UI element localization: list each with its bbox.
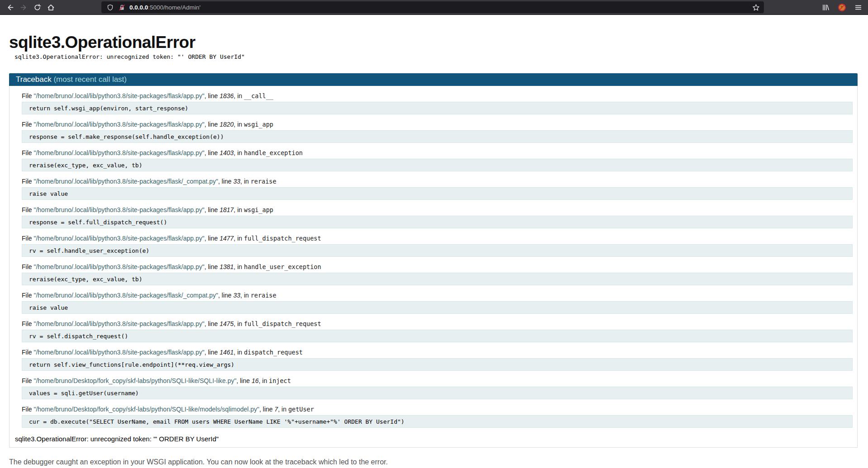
frame-location: File "/home/bruno/.local/lib/python3.8/s…: [22, 320, 853, 328]
frame-lineno: 1475: [219, 320, 234, 327]
frame-location: File "/home/bruno/.local/lib/python3.8/s…: [22, 263, 853, 271]
frame-filename: "/home/bruno/.local/lib/python3.8/site-p…: [33, 349, 204, 356]
traceback-frame: File "/home/bruno/Desktop/fork_copy/skf-…: [22, 377, 853, 399]
frame-location: File "/home/bruno/.local/lib/python3.8/s…: [22, 349, 853, 356]
extension-blocker-icon[interactable]: [835, 1, 848, 13]
frame-code[interactable]: rv = self.handle_user_exception(e): [22, 244, 853, 257]
frame-line-label: , line: [205, 349, 219, 356]
url-text[interactable]: 0.0.0.0:5000/home/Admin': [129, 4, 751, 11]
toolbar-right-icons: [819, 1, 864, 13]
frame-in-label: , in: [234, 349, 244, 356]
frame-filename: "/home/bruno/.local/lib/python3.8/site-p…: [33, 149, 204, 156]
frame-location: File "/home/bruno/.local/lib/python3.8/s…: [22, 149, 853, 157]
frame-in-label: , in: [278, 406, 288, 413]
frame-in-label: , in: [234, 320, 244, 327]
frame-function: handle_exception: [244, 149, 303, 156]
frame-function: handle_user_exception: [244, 263, 321, 270]
debugger-explanation: The debugger caught an exception in your…: [9, 458, 858, 468]
exception-summary: sqlite3.OperationalError: unrecognized t…: [14, 53, 858, 61]
traceback-frame: File "/home/bruno/.local/lib/python3.8/s…: [22, 206, 853, 228]
frame-lineno: 16: [252, 377, 259, 384]
frame-filename: "/home/bruno/.local/lib/python3.8/site-p…: [33, 292, 218, 299]
frame-line-label: , line: [205, 320, 219, 327]
frame-in-label: , in: [240, 292, 251, 299]
frame-function: wsgi_app: [244, 121, 273, 128]
browser-toolbar: 0.0.0.0:5000/home/Admin': [0, 0, 868, 15]
frame-lineno: 1477: [219, 235, 234, 242]
menu-icon[interactable]: [852, 1, 864, 13]
frame-code[interactable]: cur = db.execute("SELECT UserName, email…: [22, 415, 853, 428]
insecure-lock-icon[interactable]: [118, 1, 126, 13]
shield-icon[interactable]: [106, 1, 114, 13]
frame-line-label: , line: [205, 235, 219, 242]
frame-file-label: File: [22, 349, 33, 356]
traceback-frame: File "/home/bruno/.local/lib/python3.8/s…: [22, 349, 853, 371]
frame-function: getUser: [288, 406, 314, 413]
frame-location: File "/home/bruno/.local/lib/python3.8/s…: [22, 206, 853, 214]
frame-lineno: 1836: [219, 92, 234, 99]
frame-location: File "/home/bruno/.local/lib/python3.8/s…: [22, 178, 853, 185]
traceback-frame: File "/home/bruno/.local/lib/python3.8/s…: [22, 92, 853, 114]
frame-filename: "/home/bruno/.local/lib/python3.8/site-p…: [33, 235, 204, 242]
frame-filename: "/home/bruno/.local/lib/python3.8/site-p…: [33, 206, 204, 213]
traceback-frame: File "/home/bruno/.local/lib/python3.8/s…: [22, 292, 853, 314]
frame-function: dispatch_request: [244, 349, 303, 356]
frame-line-label: , line: [236, 377, 251, 384]
reload-icon[interactable]: [31, 1, 43, 13]
frame-in-label: , in: [234, 235, 244, 242]
frame-line-label: , line: [205, 121, 219, 128]
traceback-headline[interactable]: Traceback (most recent call last): [9, 73, 858, 86]
frame-line-label: , line: [218, 178, 233, 185]
back-icon[interactable]: [4, 1, 16, 13]
frame-in-label: , in: [234, 121, 244, 128]
traceback-headline-note: (most recent call last): [52, 75, 127, 84]
frame-file-label: File: [22, 377, 33, 384]
frame-file-label: File: [22, 121, 33, 128]
frame-function: __call__: [244, 92, 273, 99]
frame-in-label: , in: [234, 206, 244, 213]
frame-file-label: File: [22, 406, 33, 413]
url-bar[interactable]: 0.0.0.0:5000/home/Admin': [101, 1, 764, 13]
traceback-frames: File "/home/bruno/.local/lib/python3.8/s…: [14, 92, 853, 428]
frame-function: reraise: [251, 178, 277, 185]
explanation-paragraph: The debugger caught an exception in your…: [9, 458, 858, 467]
frame-in-label: , in: [234, 149, 244, 156]
frame-code[interactable]: raise value: [22, 187, 853, 200]
frame-in-label: , in: [240, 178, 251, 185]
traceback-frame: File "/home/bruno/.local/lib/python3.8/s…: [22, 320, 853, 342]
frame-in-label: , in: [259, 377, 269, 384]
home-icon[interactable]: [44, 1, 57, 13]
frame-file-label: File: [22, 149, 33, 156]
frame-file-label: File: [22, 292, 33, 299]
frame-code[interactable]: reraise(exc_type, exc_value, tb): [22, 273, 853, 285]
frame-file-label: File: [22, 320, 33, 327]
frame-location: File "/home/bruno/.local/lib/python3.8/s…: [22, 292, 853, 299]
traceback-frame: File "/home/bruno/.local/lib/python3.8/s…: [22, 235, 853, 257]
frame-function: inject: [269, 377, 291, 384]
traceback-headline-text: Traceback: [16, 75, 52, 84]
traceback-box: File "/home/bruno/.local/lib/python3.8/s…: [9, 86, 858, 448]
frame-code[interactable]: response = self.full_dispatch_request(): [22, 216, 853, 228]
frame-location: File "/home/bruno/Desktop/fork_copy/skf-…: [22, 406, 853, 413]
frame-code[interactable]: response = self.make_response(self.handl…: [22, 130, 853, 143]
forward-icon[interactable]: [17, 1, 30, 13]
url-host: 0.0.0.0: [129, 4, 148, 11]
frame-code[interactable]: return self.wsgi_app(environ, start_resp…: [22, 102, 853, 114]
exception-message: sqlite3.OperationalError: unrecognized t…: [15, 435, 853, 443]
frame-file-label: File: [22, 235, 33, 242]
frame-lineno: 1820: [219, 121, 234, 128]
bookmark-star-icon[interactable]: [751, 1, 760, 13]
page-title: sqlite3.OperationalError: [9, 33, 858, 52]
frame-code[interactable]: reraise(exc_type, exc_value, tb): [22, 159, 853, 171]
frame-line-label: , line: [259, 406, 274, 413]
frame-lineno: 1381: [219, 263, 234, 270]
frame-in-label: , in: [234, 92, 244, 99]
frame-code[interactable]: values = sqli.getUser(username): [22, 387, 853, 399]
frame-line-label: , line: [205, 149, 219, 156]
frame-code[interactable]: raise value: [22, 301, 853, 314]
frame-code[interactable]: rv = self.dispatch_request(): [22, 330, 853, 342]
frame-code[interactable]: return self.view_functions[rule.endpoint…: [22, 358, 853, 371]
traceback-frame: File "/home/bruno/.local/lib/python3.8/s…: [22, 149, 853, 171]
frame-function: full_dispatch_request: [244, 235, 321, 242]
library-icon[interactable]: [819, 1, 832, 13]
